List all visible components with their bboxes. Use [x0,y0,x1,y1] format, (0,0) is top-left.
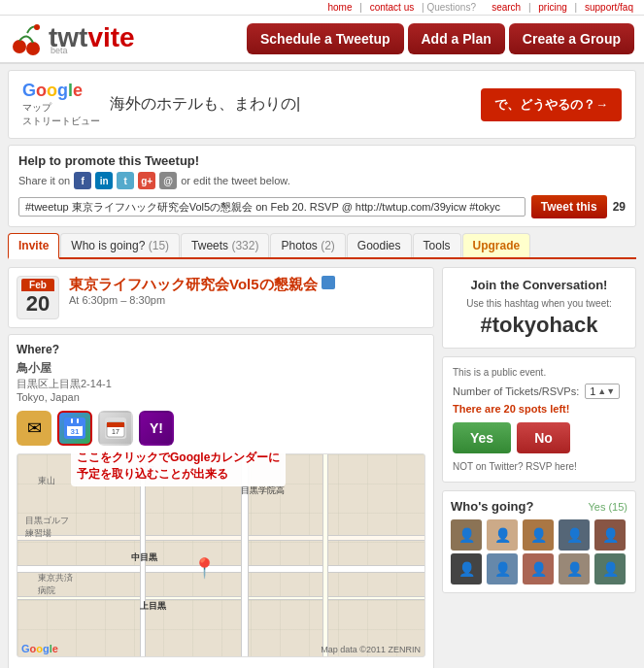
map-google-logo: Google [21,643,58,654]
avatar-grid: 👤 👤 👤 👤 👤 👤 👤 👤 👤 👤 [451,519,627,584]
linkedin-share-icon[interactable]: in [95,172,113,189]
facebook-share-icon[interactable]: f [74,172,91,189]
conversation-box: Join the Conversation! Use this hashtag … [442,267,636,349]
twitter-share-icon[interactable]: t [117,172,134,189]
map-label-3: 中目黒 [131,551,157,564]
tab-invite[interactable]: Invite [8,233,59,259]
logo: twtvite beta [10,21,135,56]
avatar-2[interactable]: 👤 [487,519,518,551]
top-bar: home | contact us | Questions? search | … [0,0,644,16]
avatar-6[interactable]: 👤 [451,553,482,584]
external-link-icon[interactable] [322,276,335,289]
map-label-4: 東京共済病院 [38,572,73,597]
rsvp-no-button[interactable]: No [517,422,570,453]
svg-point-0 [13,40,26,53]
main-content: Feb 20 東京ライフハック研究会Vol5の懇親会 At 6:30pm – 8… [8,267,636,668]
svg-rect-11 [107,422,124,427]
tweet-input[interactable] [18,197,525,217]
add-plan-button[interactable]: Add a Plan [408,23,505,54]
logo-text: twtvite beta [49,22,135,55]
map-pin: 📍 [192,556,217,580]
tab-photos[interactable]: Photos (2) [270,233,345,257]
nav-buttons: Schedule a Tweetup Add a Plan Create a G… [247,23,634,54]
map-container[interactable]: 東山 目黒ゴルフ練習場 中目黒 東京共済病院 上目黒 目黒学院高 317 📍 G… [17,453,425,657]
whos-count: Yes (15) [588,501,627,513]
not-twitter-text: NOT on Twitter? RSVP here! [453,461,626,472]
event-info: 東京ライフハック研究会Vol5の懇親会 At 6:30pm – 8:30pm [69,276,335,306]
right-panel: Join the Conversation! Use this hashtag … [442,267,636,668]
ad-main-text: 海外のホテルも、まわりの| [110,94,300,115]
svg-rect-5 [67,420,83,426]
place-name: 鳥小屋 [17,360,425,377]
search-link[interactable]: search [491,2,521,13]
ticket-spinner[interactable]: 1 ▲▼ [585,384,620,399]
logo-icon [10,21,45,56]
rsvp-yes-button[interactable]: Yes [453,422,511,453]
home-link[interactable]: home [327,2,352,13]
map-label-5: 上目黒 [140,600,166,613]
rsvp-public-text: This is a public event. [453,367,626,378]
hashtag: #tokyohack [453,313,626,338]
event-title: 東京ライフハック研究会Vol5の懇親会 [69,276,335,294]
header: twtvite beta Schedule a Tweetup Add a Pl… [0,16,644,64]
svg-point-2 [34,24,40,30]
avatar-4[interactable]: 👤 [559,519,590,551]
avatar-10[interactable]: 👤 [594,553,626,584]
whos-header: Who's going? Yes (15) [451,499,627,514]
map-overlay: 東山 目黒ゴルフ練習場 中目黒 東京共済病院 上目黒 目黒学院高 317 📍 G… [17,454,424,656]
avatar-1[interactable]: 👤 [451,519,482,551]
rsvp-tickets-row: Number of Tickets/RSVPs: 1 ▲▼ [453,384,626,399]
conversation-subtitle: Use this hashtag when you tweet: [453,298,626,309]
svg-rect-8 [77,418,79,423]
svg-text:17: 17 [112,428,119,435]
support-link[interactable]: support/faq [585,2,633,13]
map-credit: Map data ©2011 ZENRIN [321,645,421,654]
rsvp-buttons: Yes No [453,422,626,453]
event-time: At 6:30pm – 8:30pm [69,294,335,306]
ad-left: Google マップストリートビュー 海外のホテルも、まわりの| [22,81,300,128]
where-title: Where? [17,343,425,356]
map-label-2: 目黒ゴルフ練習場 [25,515,69,540]
event-day: 20 [21,291,54,317]
tab-tools[interactable]: Tools [413,233,461,257]
spots-left: There are 20 spots left! [453,403,626,415]
whos-title: Who's going? [451,499,533,514]
left-panel: Feb 20 東京ライフハック研究会Vol5の懇親会 At 6:30pm – 8… [8,267,434,668]
rsvp-box: This is a public event. Number of Ticket… [442,356,636,483]
tab-who-is-going[interactable]: Who is going? (15) [60,233,180,257]
contact-link[interactable]: contact us [370,2,415,13]
tab-upgrade[interactable]: Upgrade [462,233,531,257]
date-badge: Feb 20 [17,276,59,319]
google-calendar-icon[interactable]: 31 [57,411,92,446]
tweet-this-button[interactable]: Tweet this [531,195,607,218]
schedule-button[interactable]: Schedule a Tweetup [247,23,404,54]
event-header: Feb 20 東京ライフハック研究会Vol5の懇親会 At 6:30pm – 8… [8,267,434,328]
promote-title: Help to promote this Tweetup! [18,153,626,168]
ad-banner: Google マップストリートビュー 海外のホテルも、まわりの| で、どうやるの… [8,70,636,139]
svg-point-1 [26,42,40,55]
place-address2: Tokyo, Japan [17,391,425,403]
google-logo-ad: Google マップストリートビュー [22,81,100,128]
avatar-3[interactable]: 👤 [523,519,554,551]
avatar-9[interactable]: 👤 [559,553,590,584]
map-label-6: 目黒学院高 [241,484,285,497]
email-share-icon[interactable]: @ [159,172,177,189]
event-month: Feb [21,279,54,291]
yahoo-calendar-icon[interactable]: Y! [139,411,174,446]
avatar-5[interactable]: 👤 [594,519,626,551]
ad-cta-button[interactable]: で、どうやるの？→ [481,88,622,121]
tab-goodies[interactable]: Goodies [347,233,412,257]
email-calendar-icon[interactable]: ✉ [17,411,51,446]
whos-going-section: Who's going? Yes (15) 👤 👤 👤 👤 👤 👤 👤 👤 👤 … [442,490,636,593]
calendar-icons: ✉ 31 [17,411,425,446]
tab-tweets[interactable]: Tweets (332) [181,233,269,257]
avatar-7[interactable]: 👤 [487,553,518,584]
tweet-row: Tweet this 29 [18,195,626,218]
promote-section: Help to promote this Tweetup! Share it o… [8,145,636,227]
pricing-link[interactable]: pricing [538,2,566,13]
create-group-button[interactable]: Create a Group [509,23,634,54]
tweet-count: 29 [613,200,626,214]
ical-icon[interactable]: 17 [98,411,133,446]
googleplus-share-icon[interactable]: g+ [138,172,155,189]
avatar-8[interactable]: 👤 [523,553,554,584]
